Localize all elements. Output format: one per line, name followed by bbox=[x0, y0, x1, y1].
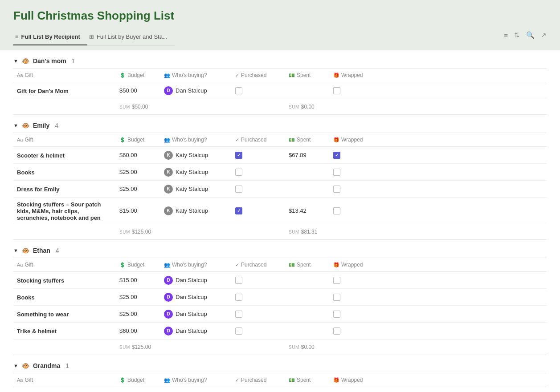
col-purchased: ✓ Purchased bbox=[232, 261, 285, 269]
wrapped-checkbox[interactable] bbox=[333, 294, 340, 301]
group-name: Dan's mom bbox=[33, 57, 66, 65]
sum-label-gift bbox=[13, 342, 116, 352]
purchased-checkbox[interactable] bbox=[235, 186, 242, 193]
buyer-name: Katy Stalcup bbox=[176, 152, 208, 158]
cell-gift: Scarf bbox=[13, 389, 116, 392]
cell-purchased[interactable] bbox=[232, 291, 285, 303]
cell-extra bbox=[383, 88, 547, 93]
cell-wrapped[interactable] bbox=[330, 149, 383, 162]
share-icon[interactable]: ↗ bbox=[541, 31, 547, 39]
cell-gift: Stocking stuffers – Sour patch kids, M&M… bbox=[13, 198, 116, 224]
cell-wrapped[interactable] bbox=[330, 325, 383, 337]
wrapped-checkbox[interactable] bbox=[333, 311, 340, 318]
purchased-checkbox[interactable] bbox=[235, 152, 242, 159]
col-headers-grandma: Aa Gift 💲 Budget 👥 Who's buying? ✓ Purch… bbox=[13, 373, 547, 387]
wrapped-checkbox[interactable] bbox=[333, 152, 340, 159]
cell-purchased[interactable] bbox=[232, 149, 285, 162]
wrapped-checkbox[interactable] bbox=[333, 327, 340, 335]
cell-gift: Gift for Dan's Mom bbox=[13, 84, 116, 97]
cell-purchased[interactable] bbox=[232, 389, 285, 392]
group-emoji: 🐵 bbox=[22, 247, 29, 254]
cell-wrapped[interactable] bbox=[330, 205, 383, 217]
group-header-ethan: ▼ 🐵 Ethan 4 bbox=[13, 240, 547, 258]
col-extra bbox=[383, 261, 547, 269]
filter-icon[interactable]: ≡ bbox=[504, 32, 508, 39]
sum-spent: SUM $81.31 bbox=[285, 227, 330, 237]
cell-wrapped[interactable] bbox=[330, 308, 383, 320]
tab-by-buyer[interactable]: ⊞ Full List by Buyer and Sta... bbox=[87, 30, 175, 45]
purchased-checkbox[interactable] bbox=[235, 294, 242, 301]
cell-extra bbox=[383, 186, 547, 192]
buyer-name: Dan Stalcup bbox=[176, 311, 207, 317]
sum-label-purchased bbox=[232, 227, 285, 237]
group-name: Grandma bbox=[33, 362, 60, 369]
cell-purchased[interactable] bbox=[232, 166, 285, 178]
buyer-name: Dan Stalcup bbox=[176, 327, 207, 334]
cell-purchased[interactable] bbox=[232, 325, 285, 337]
cell-purchased[interactable] bbox=[232, 274, 285, 287]
purchased-checkbox[interactable] bbox=[235, 311, 242, 318]
wrapped-checkbox[interactable] bbox=[333, 186, 340, 193]
cell-gift: Dress for Emily bbox=[13, 182, 116, 195]
cell-purchased[interactable] bbox=[232, 205, 285, 217]
cell-purchased[interactable] bbox=[232, 85, 285, 97]
cell-wrapped[interactable] bbox=[330, 389, 383, 392]
sum-spent: SUM $0.00 bbox=[285, 102, 330, 112]
sum-label-purchased bbox=[232, 342, 285, 352]
sum-budget: SUM $50.00 bbox=[116, 102, 160, 112]
sort-icon[interactable]: ⇅ bbox=[514, 31, 520, 39]
cell-extra bbox=[383, 170, 547, 175]
cell-wrapped[interactable] bbox=[330, 183, 383, 195]
tab-bar: ≡ Full List By Recipient ⊞ Full List by … bbox=[13, 30, 175, 46]
wrapped-checkbox[interactable] bbox=[333, 87, 340, 94]
purchased-checkbox[interactable] bbox=[235, 327, 242, 335]
purchased-checkbox[interactable] bbox=[235, 87, 242, 94]
col-headers-emily: Aa Gift 💲 Budget 👥 Who's buying? ✓ Purch… bbox=[13, 133, 547, 147]
cell-purchased[interactable] bbox=[232, 308, 285, 320]
purchased-checkbox[interactable] bbox=[235, 277, 242, 284]
cell-buyer: K Katy Stalcup bbox=[160, 165, 232, 179]
page-title: Full Christmas Shopping List bbox=[13, 9, 547, 23]
wrapped-checkbox[interactable] bbox=[333, 277, 340, 284]
tab-by-recipient[interactable]: ≡ Full List By Recipient bbox=[13, 30, 87, 45]
buyer-name: Katy Stalcup bbox=[176, 207, 208, 214]
wrapped-checkbox[interactable] bbox=[333, 207, 340, 214]
col-spent: 💵 Spent bbox=[285, 136, 330, 144]
sum-label-buyer bbox=[160, 227, 232, 237]
main-content: ▼ 🐵 Dan's mom 1 Aa Gift 💲 Budget 👥 Who's… bbox=[0, 50, 560, 392]
cell-budget: $15.00 bbox=[116, 205, 160, 217]
group-toggle[interactable]: ▼ bbox=[13, 123, 18, 128]
cell-wrapped[interactable] bbox=[330, 166, 383, 178]
table-row: Stocking stuffers – Sour patch kids, M&M… bbox=[13, 198, 547, 224]
cell-spent bbox=[285, 328, 330, 334]
cell-purchased[interactable] bbox=[232, 183, 285, 195]
purchased-checkbox[interactable] bbox=[235, 207, 242, 214]
buyer-avatar: K bbox=[164, 168, 173, 177]
col-extra bbox=[383, 376, 547, 384]
buyer-avatar: D bbox=[164, 276, 173, 285]
purchased-checkbox[interactable] bbox=[235, 169, 242, 176]
sum-label-purchased bbox=[232, 102, 285, 112]
cell-gift: Stocking stuffers bbox=[13, 274, 116, 287]
group-toggle[interactable]: ▼ bbox=[13, 58, 18, 64]
group-toggle[interactable]: ▼ bbox=[13, 363, 18, 368]
group-toggle[interactable]: ▼ bbox=[13, 248, 18, 253]
buyer-name: Dan Stalcup bbox=[176, 294, 207, 300]
cell-gift: Scooter & helmet bbox=[13, 149, 116, 162]
cell-budget: $50.00 bbox=[116, 85, 160, 97]
cell-spent bbox=[285, 88, 330, 93]
cell-wrapped[interactable] bbox=[330, 274, 383, 287]
col-gift: Aa Gift bbox=[13, 261, 116, 269]
sum-label-buyer bbox=[160, 342, 232, 352]
cell-wrapped[interactable] bbox=[330, 291, 383, 303]
cell-spent bbox=[285, 278, 330, 283]
group-count: 4 bbox=[55, 122, 58, 129]
cell-wrapped[interactable] bbox=[330, 85, 383, 97]
wrapped-checkbox[interactable] bbox=[333, 169, 340, 176]
col-spent: 💵 Spent bbox=[285, 261, 330, 269]
search-icon[interactable]: 🔍 bbox=[526, 31, 535, 39]
cell-budget: $60.00 bbox=[116, 149, 160, 161]
table-row: Trike & helmet $60.00 D Dan Stalcup bbox=[13, 323, 547, 339]
grid-icon: ⊞ bbox=[89, 33, 94, 40]
sum-label-extra bbox=[383, 102, 547, 112]
